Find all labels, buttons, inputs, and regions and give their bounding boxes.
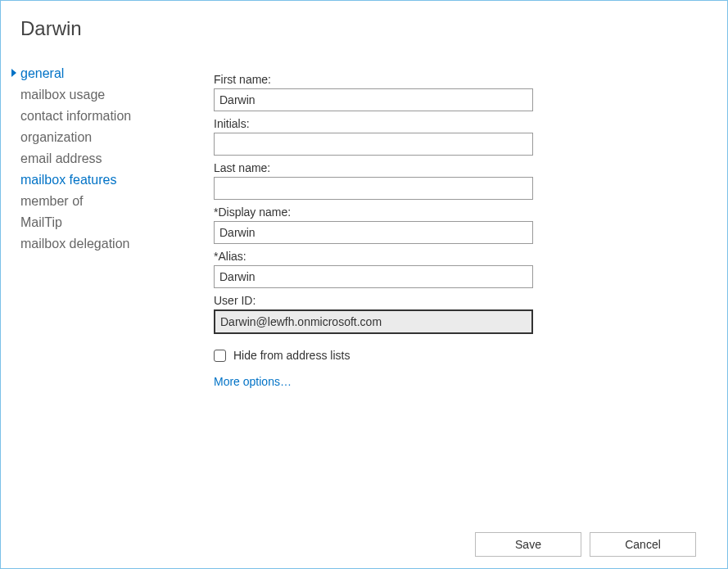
sidebar-item-label: MailTip (20, 215, 62, 230)
sidebar-item-label: general (20, 66, 64, 81)
user-id-input (214, 309, 533, 334)
hide-from-lists-row: Hide from address lists (214, 349, 694, 362)
last-name-label: Last name: (214, 161, 694, 174)
sidebar-item-label: mailbox features (20, 173, 116, 187)
initials-label: Initials: (214, 117, 694, 130)
field-initials: Initials: (214, 117, 694, 156)
dialog-header: Darwin (1, 1, 727, 40)
dialog-footer: Save Cancel (475, 532, 696, 557)
sidebar-item-label: mailbox usage (20, 88, 105, 102)
first-name-label: First name: (214, 73, 694, 86)
more-options-link[interactable]: More options… (214, 375, 694, 388)
display-name-input[interactable] (214, 221, 533, 244)
initials-input[interactable] (214, 133, 533, 156)
alias-input[interactable] (214, 265, 533, 288)
field-display-name: *Display name: (214, 205, 694, 244)
sidebar: general mailbox usage contact informatio… (1, 63, 193, 388)
field-alias: *Alias: (214, 250, 694, 288)
user-id-label: User ID: (214, 294, 694, 307)
sidebar-item-mailbox-delegation[interactable]: mailbox delegation (20, 233, 185, 255)
cancel-button[interactable]: Cancel (590, 532, 696, 557)
sidebar-item-label: mailbox delegation (20, 237, 129, 251)
sidebar-item-member-of[interactable]: member of (20, 191, 185, 212)
sidebar-item-contact-information[interactable]: contact information (20, 106, 185, 127)
alias-label: *Alias: (214, 250, 694, 263)
sidebar-item-mailtip[interactable]: MailTip (20, 212, 185, 233)
field-user-id: User ID: (214, 294, 694, 334)
sidebar-item-label: member of (20, 194, 83, 209)
form-panel: First name: Initials: Last name: *Displa… (193, 63, 727, 388)
mailbox-properties-dialog: Darwin general mailbox usage contact inf… (0, 0, 728, 569)
caret-right-icon (11, 69, 16, 77)
dialog-content: general mailbox usage contact informatio… (1, 40, 727, 388)
last-name-input[interactable] (214, 177, 533, 200)
sidebar-item-organization[interactable]: organization (20, 127, 185, 148)
sidebar-item-label: organization (20, 130, 92, 145)
sidebar-item-general[interactable]: general (20, 63, 185, 84)
hide-from-lists-label: Hide from address lists (233, 349, 350, 362)
sidebar-item-label: email address (20, 151, 102, 166)
sidebar-item-mailbox-usage[interactable]: mailbox usage (20, 84, 185, 106)
sidebar-item-label: contact information (20, 109, 131, 124)
field-first-name: First name: (214, 73, 694, 111)
sidebar-item-mailbox-features[interactable]: mailbox features (20, 169, 185, 191)
hide-from-lists-checkbox[interactable] (214, 350, 226, 362)
display-name-label: *Display name: (214, 205, 694, 219)
save-button[interactable]: Save (475, 532, 581, 557)
field-last-name: Last name: (214, 161, 694, 200)
page-title: Darwin (20, 17, 727, 40)
sidebar-item-email-address[interactable]: email address (20, 148, 185, 169)
first-name-input[interactable] (214, 88, 533, 111)
